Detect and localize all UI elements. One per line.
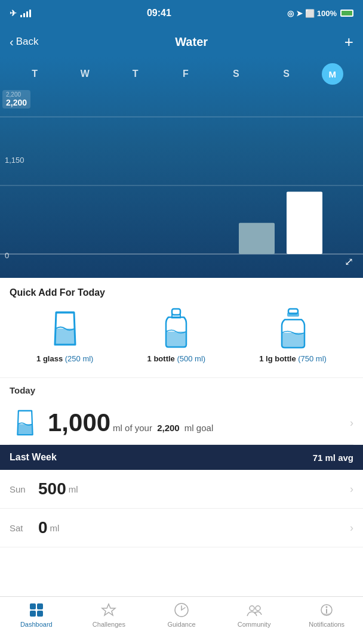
tab-notifications-label: Notifications [309,621,344,628]
week-unit-sat: ml [50,523,60,533]
week-amount-sat: 0 [38,518,48,537]
tab-challenges-label: Challenges [93,621,125,628]
glass-label: 1 glass (250 ml) [36,354,93,363]
svg-rect-8 [37,603,43,609]
back-label: Back [16,36,39,48]
nav-bar: ‹ Back Water + [0,26,363,57]
svg-marker-11 [102,604,115,615]
svg-point-16 [256,606,260,611]
tab-community[interactable]: Community [218,602,291,628]
today-row[interactable]: 1,000 ml of your 2,200 ml goal › [10,401,353,445]
today-section: Today 1,000 ml of your 2,200 ml goal › [0,377,363,445]
status-time: 09:41 [147,8,171,18]
dashboard-icon [28,602,45,618]
y-label-zero: 0 [5,251,9,260]
week-row-sat-chevron: › [350,522,353,534]
svg-point-18 [326,606,328,608]
svg-rect-3 [172,309,180,315]
notifications-icon [318,602,335,618]
community-icon [246,602,263,618]
tab-community-label: Community [238,621,271,628]
location-icon: ◎ [287,9,294,18]
day-label-s2[interactable]: S [272,69,302,79]
svg-point-15 [250,606,254,611]
quick-add-lg-bottle[interactable]: 1 lg bottle (750 ml) [259,308,327,363]
day-label-t2[interactable]: T [121,69,150,79]
day-label-m[interactable]: M [322,63,343,85]
page-title: Water [175,35,208,49]
svg-line-14 [182,608,185,610]
battery-percent: 100% [317,9,337,18]
battery-icon [340,10,353,17]
day-label-s1[interactable]: S [221,69,251,79]
expand-button[interactable]: ⤢ [344,255,353,268]
status-right: ◎ ➤ ⬜ 100% [287,9,353,18]
svg-rect-7 [30,603,36,609]
screen-icon: ⬜ [305,9,315,18]
today-chevron-icon: › [350,417,353,429]
last-week-title: Last Week [10,452,57,463]
day-label-t1[interactable]: T [20,69,50,79]
svg-rect-10 [37,611,43,617]
back-button[interactable]: ‹ Back [10,35,38,49]
direction-icon: ➤ [296,9,303,18]
week-amount-sun: 500 [38,479,66,499]
tab-guidance[interactable]: Guidance [145,602,218,628]
last-week-header: Last Week 71 ml avg [0,445,363,470]
quick-add-items: 1 glass (250 ml) 1 bottle (500 ml) [10,308,353,363]
y-label-mid: 1,150 [5,156,24,165]
quick-add-glass[interactable]: 1 glass (250 ml) [36,308,93,363]
tab-bar: Dashboard Challenges Guidance [0,596,363,644]
svg-rect-9 [30,611,36,617]
week-row-sat[interactable]: Sat 0 ml › [0,509,363,547]
bottle-label: 1 bottle (500 ml) [147,354,206,363]
bottle-icon [160,308,192,349]
chart-area: T W T F S S M 2,200 2,200 1,150 0 ⤢ [0,57,363,278]
bar-chart [0,93,363,278]
day-label-w[interactable]: W [70,69,100,79]
lg-bottle-label: 1 lg bottle (750 ml) [259,354,327,363]
today-water-icon [10,407,41,438]
week-row-sun[interactable]: Sun 500 ml › [0,470,363,509]
bar-s [239,223,275,254]
status-bar: ✈ 09:41 ◎ ➤ ⬜ 100% [0,0,363,26]
week-day-sun: Sun [10,484,38,494]
week-day-sat: Sat [10,523,38,533]
week-row-sun-chevron: › [350,483,353,496]
signal-icon [20,9,31,17]
lg-bottle-icon [277,308,309,349]
back-chevron-icon: ‹ [10,35,14,49]
tab-challenges[interactable]: Challenges [73,602,146,628]
guidance-icon [173,602,190,618]
quick-add-title: Quick Add For Today [10,287,353,298]
add-button[interactable]: + [344,33,353,51]
airplane-icon: ✈ [10,8,17,18]
last-week-avg: 71 ml avg [313,453,353,463]
quick-add-bottle[interactable]: 1 bottle (500 ml) [147,308,206,363]
today-title: Today [10,385,353,395]
day-labels-row: T W T F S S M [0,57,363,85]
tab-notifications[interactable]: Notifications [290,602,363,628]
status-left: ✈ [10,8,31,18]
svg-rect-6 [287,312,299,317]
today-amount-wrap: 1,000 ml of your 2,200 ml goal [48,410,213,435]
day-label-f[interactable]: F [171,69,201,79]
today-amount: 1,000 [48,410,110,435]
tab-guidance-label: Guidance [167,621,195,628]
week-unit-sun: ml [69,484,78,494]
glass-icon [49,308,81,349]
y-label-top: 2,200 2,200 [2,90,30,109]
quick-add-section: Quick Add For Today 1 glass (250 ml) [0,278,363,377]
tab-dashboard[interactable]: Dashboard [0,602,73,628]
challenges-icon [100,602,117,618]
bar-m [287,192,322,255]
svg-rect-4 [172,315,180,318]
today-sub: ml of your 2,200 ml goal [113,423,213,433]
tab-dashboard-label: Dashboard [20,621,53,628]
